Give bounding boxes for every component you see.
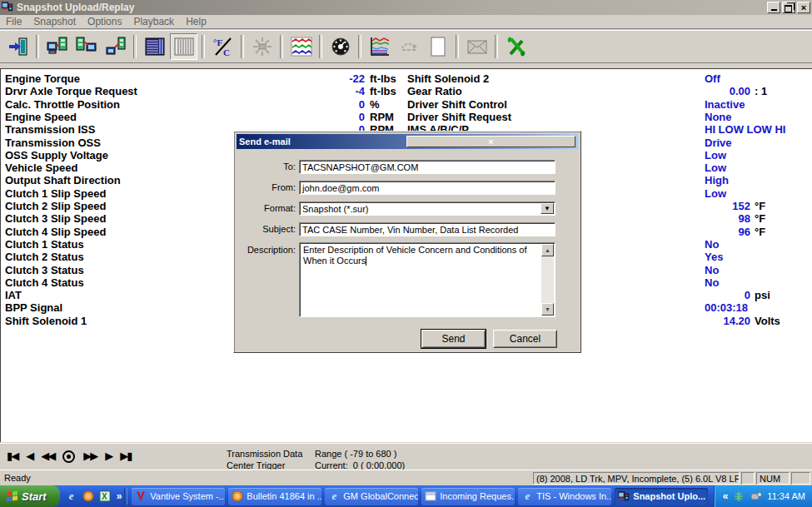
vehicle-info-panel: (8) 2008, LD Trk, MPV, Incomplete, (5) 6… — [533, 472, 740, 485]
skip-to-end-button[interactable]: ▶▮ — [120, 447, 131, 465]
start-button[interactable]: Start — [0, 485, 60, 507]
chevron-down-icon[interactable]: ▼ — [541, 203, 554, 214]
grid-rows-view-icon[interactable] — [141, 33, 168, 60]
rewind-button[interactable]: ◀◀ — [41, 447, 54, 465]
toolbar: °FC — [0, 30, 812, 63]
parameter-value-right: No — [705, 264, 750, 276]
from-label: From: — [239, 182, 296, 192]
parameter-name-right: Driver Shift Control — [407, 98, 507, 111]
menu-item-file[interactable]: File — [0, 15, 27, 28]
parameter-unit: RPM — [370, 111, 394, 123]
ie-icon[interactable]: e — [65, 490, 78, 503]
desktop: Snapshot Upload/Replay × FileSnapshotOpt… — [0, 0, 812, 507]
step-forward-button[interactable]: ▶ — [105, 447, 112, 465]
parameter-value-right: Yes — [705, 251, 750, 263]
excel-icon[interactable]: X — [98, 490, 112, 503]
from-field[interactable]: john.doe@gm.com — [299, 181, 555, 195]
fast-forward-button[interactable]: ▶▶ — [83, 447, 97, 465]
description-textarea[interactable]: Enter Description of Vehicle Concern and… — [299, 242, 555, 317]
parameter-unit-right: °F — [755, 200, 765, 212]
skip-to-start-button[interactable]: ▮◀ — [7, 447, 17, 465]
dialog-close-icon[interactable]: × — [406, 136, 575, 147]
parameter-name: Drvr Axle Torque Request — [5, 85, 137, 97]
restore-button[interactable] — [782, 2, 795, 13]
close-button[interactable]: × — [797, 2, 810, 13]
tray-chevron-icon[interactable]: « — [723, 490, 729, 502]
device-tray-icon[interactable] — [750, 490, 763, 503]
strip-chart-icon[interactable] — [287, 33, 315, 60]
parameter-value-right: Low — [705, 149, 750, 162]
parameter-value-right: 00:03:18 — [705, 301, 750, 314]
quick-launch-chevron-icon[interactable]: » — [117, 490, 122, 502]
scroll-down-icon[interactable]: ▼ — [541, 303, 554, 316]
orange-app-icon[interactable] — [82, 490, 95, 503]
upload-snapshot-icon[interactable] — [43, 33, 71, 60]
description-label: Description: — [239, 245, 296, 255]
task-button-incoming-reques[interactable]: Incoming Reques... — [421, 488, 515, 505]
scroll-up-icon[interactable]: ▲ — [541, 244, 554, 256]
parameter-value-right: HI LOW LOW HI — [705, 123, 750, 136]
toolbar-separator — [241, 35, 244, 58]
dialog-title: Send e-mail — [239, 137, 406, 147]
format-label: Format: — [239, 203, 296, 213]
gauge-view-icon[interactable] — [326, 33, 354, 60]
toolbar-separator — [36, 35, 39, 58]
status-text: Ready — [4, 473, 31, 483]
format-select[interactable]: Snapshot (*.sur) ▼ — [299, 201, 555, 216]
task-button-tis-windows-in[interactable]: eTIS - Windows In... — [518, 488, 611, 505]
parameter-unit-right: °F — [755, 226, 765, 238]
parameter-name-right: Gear Ratio — [407, 85, 462, 97]
to-field[interactable]: TACSNAPSHOT@GM.COM — [299, 160, 555, 174]
taskbar-divider — [124, 488, 127, 505]
tools-icon[interactable] — [502, 33, 530, 60]
playback-bar: ▮◀◀◀◀▶▶▶▶▮ Transmission DataCenter Trigg… — [0, 443, 812, 470]
fahrenheit-celsius-icon[interactable]: °FC — [209, 33, 237, 60]
status-bar: Ready (8) 2008, LD Trk, MPV, Incomplete,… — [0, 470, 812, 485]
parameter-value-right: 0.00 — [705, 85, 750, 97]
center-trigger-button[interactable] — [62, 450, 75, 463]
send-email-icon[interactable] — [463, 33, 491, 60]
window-titlebar: Snapshot Upload/Replay × — [0, 0, 812, 15]
vantive-icon — [135, 490, 147, 502]
subject-label: Subject: — [239, 224, 296, 234]
transfer-to-pc-icon[interactable] — [72, 33, 100, 60]
menu-item-options[interactable]: Options — [82, 15, 127, 28]
parameter-value-right: 0 — [705, 289, 750, 301]
line-graph-icon[interactable] — [366, 33, 393, 60]
description-text: Enter Description of Vehicle Concern and… — [303, 245, 526, 266]
transfer-to-device-icon[interactable] — [102, 33, 129, 60]
network-tray-icon[interactable] — [732, 490, 745, 503]
status-panel-blank2 — [791, 472, 810, 485]
record-stop-button[interactable] — [139, 450, 146, 462]
task-button-snapshot-uplo[interactable]: Snapshot Uplo... — [615, 488, 708, 505]
parameter-value-right: High — [705, 174, 750, 186]
menu-item-playback[interactable]: Playback — [127, 15, 180, 28]
parameter-name: Calc. Throttle Position — [5, 98, 120, 111]
grid-columns-view-icon[interactable] — [170, 33, 197, 60]
parameter-value-right: 98 — [705, 212, 750, 225]
dialog-titlebar: Send e-mail × — [237, 134, 578, 149]
ie-icon: e — [328, 490, 340, 502]
exit-icon[interactable] — [4, 33, 32, 60]
menu-item-help[interactable]: Help — [180, 15, 212, 28]
minimize-button[interactable] — [767, 2, 780, 13]
flash-burst-icon[interactable] — [248, 33, 276, 60]
description-scrollbar[interactable]: ▲ ▼ — [541, 244, 554, 316]
send-button[interactable]: Send — [421, 330, 486, 348]
cancel-button[interactable]: Cancel — [493, 330, 557, 348]
menu-item-snapshot[interactable]: Snapshot — [27, 15, 82, 28]
replay-icon[interactable] — [395, 33, 422, 60]
task-button-gm-globalconnec[interactable]: eGM GlobalConnec... — [325, 488, 418, 505]
status-panel-blank1 — [741, 472, 755, 485]
task-button-vantive-system[interactable]: Vantive System -... — [132, 488, 225, 505]
task-button-bulletin-41864-in[interactable]: Bulletin 41864 in ... — [228, 488, 321, 505]
orange-app-icon — [232, 490, 243, 502]
data-row: Engine Speed0RPMDriver Shift RequestNone — [1, 111, 812, 123]
parameter-name: Output Shaft Direction — [5, 174, 121, 186]
clock[interactable]: 11:34 AM — [767, 491, 805, 501]
new-page-icon[interactable] — [424, 33, 451, 60]
step-back-button[interactable]: ◀ — [26, 447, 32, 465]
text-caret — [366, 256, 366, 266]
subject-field[interactable]: TAC CASE Number, Vin Number, Data List R… — [299, 222, 555, 236]
system-tray: « 11:34 AM — [714, 485, 812, 507]
